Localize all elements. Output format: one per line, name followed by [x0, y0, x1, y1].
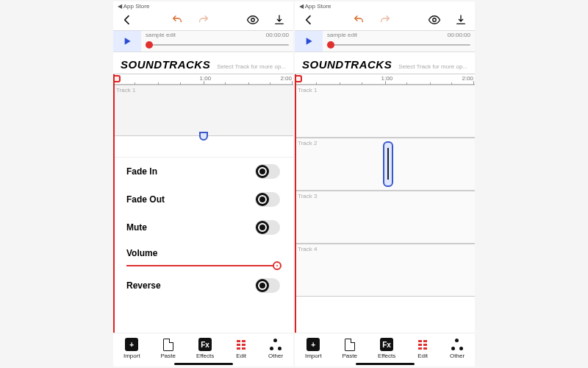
- ruler-tick-2: 2:00: [280, 75, 292, 82]
- edit-panel: Fade In Fade Out Mute Volume Reverse: [113, 157, 293, 333]
- volume-label: Volume: [126, 248, 157, 258]
- preview-button[interactable]: [246, 13, 259, 26]
- undo-button[interactable]: [171, 13, 184, 26]
- time-ruler[interactable]: 1:00 2:00: [295, 74, 475, 85]
- play-button[interactable]: [295, 31, 323, 52]
- fade-in-label: Fade In: [126, 166, 157, 177]
- back-button[interactable]: [302, 13, 315, 26]
- song-name: sample edit: [327, 32, 357, 38]
- paste-icon: [343, 338, 356, 351]
- track-label: Track 2: [298, 140, 317, 146]
- undo-button[interactable]: [352, 13, 365, 26]
- volume-knob[interactable]: [273, 261, 282, 270]
- song-progress-knob[interactable]: [146, 41, 153, 49]
- fade-out-row: Fade Out: [113, 185, 293, 213]
- download-button[interactable]: [273, 13, 286, 26]
- track-label: Track 3: [298, 193, 317, 199]
- tab-edit[interactable]: Edit: [234, 338, 248, 359]
- redo-button[interactable]: [379, 13, 392, 26]
- song-bar: sample edit 00:00:00: [295, 30, 475, 52]
- section-hint: Select Track for more op...: [217, 63, 286, 70]
- plus-icon: +: [125, 338, 138, 351]
- audio-clip[interactable]: [383, 141, 393, 187]
- redo-button[interactable]: [197, 13, 210, 26]
- song-progress[interactable]: sample edit 00:00:00: [141, 31, 293, 52]
- mute-toggle[interactable]: [255, 220, 280, 235]
- track-label: Track 1: [298, 87, 317, 93]
- tab-import[interactable]: +Import: [123, 338, 140, 359]
- other-icon: [451, 338, 464, 351]
- fade-out-label: Fade Out: [126, 194, 165, 205]
- song-bar: sample edit 00:00:00: [113, 30, 293, 52]
- mute-label: Mute: [126, 222, 147, 233]
- fade-in-row: Fade In: [113, 158, 293, 185]
- download-button[interactable]: [454, 13, 467, 26]
- bottom-tabs: +Import Paste FxEffects Edit Other: [113, 333, 293, 361]
- bottom-tabs: +Import Paste FxEffects Edit Other: [295, 333, 475, 361]
- mute-row: Mute: [113, 213, 293, 241]
- reverse-toggle[interactable]: [255, 278, 280, 293]
- screen-edit-panel: ◀ App Store sample edit 00:00:00 SOUNDTR…: [113, 1, 293, 367]
- section-title: SOUNDTRACKS: [121, 58, 210, 71]
- fx-icon: Fx: [198, 338, 212, 351]
- time-ruler[interactable]: 1:00 2:00: [113, 74, 293, 85]
- track-label: Track 4: [298, 246, 317, 252]
- track-row-4[interactable]: Track 4: [295, 244, 475, 297]
- section-hint: Select Track for more op...: [398, 63, 467, 70]
- tab-edit[interactable]: Edit: [416, 338, 429, 359]
- tab-import[interactable]: +Import: [305, 338, 322, 359]
- other-icon: [269, 338, 282, 351]
- clip-handle[interactable]: [199, 132, 208, 141]
- track-row-3[interactable]: Track 3: [295, 191, 475, 244]
- tab-effects[interactable]: FxEffects: [378, 338, 395, 359]
- reverse-row: Reverse: [113, 272, 293, 300]
- tab-paste[interactable]: Paste: [161, 338, 176, 359]
- edit-icon: [234, 338, 248, 351]
- ruler-tick-2: 2:00: [462, 75, 473, 82]
- timeline: 1:00 2:00 Track 1 Track 2 Track 3 Track …: [295, 74, 475, 333]
- fade-in-toggle[interactable]: [255, 164, 280, 179]
- track-row-1[interactable]: Track 1: [113, 85, 293, 136]
- home-indicator: [356, 363, 415, 365]
- song-progress[interactable]: sample edit 00:00:00: [323, 31, 475, 52]
- section-header: SOUNDTRACKS Select Track for more op...: [113, 52, 293, 74]
- playhead[interactable]: [113, 74, 115, 333]
- song-time: 00:00:00: [266, 32, 289, 38]
- track-label: Track 1: [116, 87, 135, 93]
- track-row-1[interactable]: Track 1: [295, 85, 475, 138]
- tab-other[interactable]: Other: [268, 338, 283, 359]
- plus-icon: +: [306, 338, 320, 351]
- ruler-tick-1: 1:00: [381, 75, 393, 82]
- preview-button[interactable]: [428, 13, 441, 26]
- status-back-to-appstore[interactable]: ◀ App Store: [295, 1, 475, 11]
- play-button[interactable]: [113, 31, 141, 52]
- back-button[interactable]: [121, 13, 134, 26]
- fade-out-toggle[interactable]: [255, 192, 280, 207]
- tab-other[interactable]: Other: [450, 338, 465, 359]
- toolbar: [295, 11, 475, 30]
- timeline: 1:00 2:00 Track 1 Fade In Fade Out: [113, 74, 293, 333]
- ruler-tick-1: 1:00: [200, 75, 212, 82]
- section-title: SOUNDTRACKS: [302, 58, 392, 71]
- playhead[interactable]: [295, 74, 296, 333]
- section-header: SOUNDTRACKS Select Track for more op...: [295, 52, 475, 74]
- svg-point-1: [433, 18, 437, 22]
- home-indicator: [174, 363, 233, 365]
- svg-point-0: [251, 18, 255, 22]
- paste-icon: [162, 338, 175, 351]
- song-name: sample edit: [146, 32, 176, 38]
- song-time: 00:00:00: [448, 32, 470, 38]
- track-row-2[interactable]: Track 2: [295, 138, 475, 191]
- tab-paste[interactable]: Paste: [343, 338, 357, 359]
- volume-slider[interactable]: [113, 260, 293, 272]
- reverse-label: Reverse: [126, 280, 161, 291]
- song-progress-knob[interactable]: [327, 41, 334, 49]
- toolbar: [113, 11, 293, 30]
- waveform-icon: [386, 144, 390, 184]
- tab-effects[interactable]: FxEffects: [196, 338, 214, 359]
- fx-icon: Fx: [380, 338, 393, 351]
- status-back-to-appstore[interactable]: ◀ App Store: [113, 1, 293, 11]
- screen-tracks-view: ◀ App Store sample edit 00:00:00 SOUNDTR…: [295, 1, 475, 367]
- edit-icon: [416, 338, 429, 351]
- volume-row: Volume: [113, 241, 293, 260]
